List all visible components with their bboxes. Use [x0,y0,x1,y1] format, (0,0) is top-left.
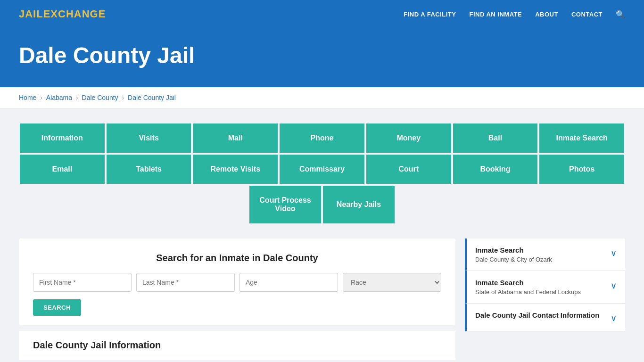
race-select[interactable]: Race White Black Hispanic Asian Other [343,273,441,292]
tile-court-process-video[interactable]: Court Process Video [248,185,322,224]
nav-find-facility[interactable]: FIND A FACILITY [404,11,456,18]
age-input[interactable] [239,273,338,292]
main-nav: FIND A FACILITY FIND AN INMATE ABOUT CON… [404,10,625,19]
breadcrumb-sep-1: › [40,94,44,101]
main-content: Information Visits Mail Phone Money Bail… [0,108,644,362]
hero-banner: Dale County Jail [0,28,644,87]
tile-commissary[interactable]: Commissary [279,154,365,185]
sidebar-card-inmate-search-state[interactable]: Inmate Search State of Alabama and Feder… [465,271,625,304]
search-button[interactable]: SEARCH [33,299,81,316]
sidebar-card-title-2: Inmate Search [475,279,581,287]
tile-grid: Information Visits Mail Phone Money Bail… [19,123,625,224]
chevron-down-icon-1: ∨ [611,248,617,258]
chevron-down-icon-3: ∨ [611,313,617,323]
tile-money[interactable]: Money [365,123,452,154]
sidebar-card-text-2: Inmate Search State of Alabama and Feder… [475,279,581,296]
search-icon[interactable]: 🔍 [616,10,625,19]
sidebar-card-subtitle-1: Dale County & City of Ozark [475,256,552,263]
tile-row-3: Court Process Video Nearby Jails [19,185,625,224]
tile-tablets[interactable]: Tablets [106,154,192,185]
first-name-input[interactable] [33,273,132,292]
tile-visits[interactable]: Visits [106,123,192,154]
search-fields: Race White Black Hispanic Asian Other [33,273,441,292]
last-name-input[interactable] [136,273,235,292]
sidebar-card-text-1: Inmate Search Dale County & City of Ozar… [475,246,552,263]
logo-jail: JAIL [19,8,43,20]
breadcrumb-dale-county[interactable]: Dale County [82,94,118,101]
breadcrumb-dale-county-jail[interactable]: Dale County Jail [128,94,176,101]
tile-photos[interactable]: Photos [538,154,625,185]
tile-email[interactable]: Email [19,154,106,185]
breadcrumb-sep-2: › [76,94,80,101]
lower-section: Search for an Inmate in Dale County Race… [19,239,625,360]
logo-exchange: EXCHANGE [43,8,106,20]
tile-row-1: Information Visits Mail Phone Money Bail… [19,123,625,154]
sidebar-card-title-3: Dale County Jail Contact Information [475,311,599,319]
tile-remote-visits[interactable]: Remote Visits [192,154,279,185]
sidebar-card-title-1: Inmate Search [475,246,552,254]
breadcrumb-sep-3: › [122,94,126,101]
inmate-search-card: Search for an Inmate in Dale County Race… [19,239,455,325]
nav-about[interactable]: ABOUT [535,11,558,18]
info-section: Dale County Jail Information [19,330,455,360]
sidebar-card-subtitle-2: State of Alabama and Federal Lockups [475,288,581,296]
site-logo[interactable]: JAILEXCHANGE [19,8,106,20]
site-header: JAILEXCHANGE FIND A FACILITY FIND AN INM… [0,0,644,28]
tile-bail[interactable]: Bail [452,123,539,154]
tile-nearby-jails[interactable]: Nearby Jails [322,185,396,224]
sidebar-card-text-3: Dale County Jail Contact Information [475,311,599,321]
sidebar: Inmate Search Dale County & City of Ozar… [465,239,625,331]
sidebar-card-contact-info[interactable]: Dale County Jail Contact Information ∨ [465,304,625,331]
tile-information[interactable]: Information [19,123,106,154]
tile-mail[interactable]: Mail [192,123,279,154]
info-title: Dale County Jail Information [33,340,441,351]
nav-contact[interactable]: CONTACT [571,11,603,18]
page-title: Dale County Jail [19,42,625,68]
tile-phone[interactable]: Phone [279,123,365,154]
search-title: Search for an Inmate in Dale County [33,253,441,263]
breadcrumb-home[interactable]: Home [19,94,36,101]
nav-find-inmate[interactable]: FIND AN INMATE [469,11,522,18]
breadcrumb: Home › Alabama › Dale County › Dale Coun… [0,87,644,108]
left-column: Search for an Inmate in Dale County Race… [19,239,455,360]
tile-booking[interactable]: Booking [452,154,539,185]
breadcrumb-alabama[interactable]: Alabama [46,94,72,101]
chevron-down-icon-2: ∨ [611,280,617,291]
sidebar-card-inmate-search-dale[interactable]: Inmate Search Dale County & City of Ozar… [465,239,625,271]
tile-row-2: Email Tablets Remote Visits Commissary C… [19,154,625,185]
tile-court[interactable]: Court [365,154,452,185]
tile-inmate-search[interactable]: Inmate Search [538,123,625,154]
